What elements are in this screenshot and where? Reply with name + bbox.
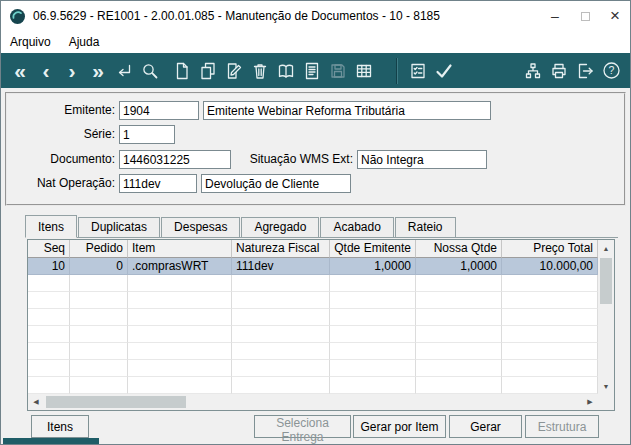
confirm-icon <box>434 61 454 81</box>
previous-record-icon: ‹ <box>43 59 50 83</box>
tab-despesas[interactable]: Despesas <box>161 217 240 237</box>
save-icon <box>329 62 347 80</box>
print-button[interactable] <box>546 58 572 84</box>
next-record-icon: › <box>69 59 76 83</box>
table-row-empty <box>28 292 598 309</box>
copy-button[interactable] <box>195 58 221 84</box>
cell-pedido: 0 <box>70 258 128 275</box>
last-record-button[interactable]: » <box>85 58 111 84</box>
previous-record-button[interactable]: ‹ <box>33 58 59 84</box>
tab-rateio[interactable]: Rateio <box>395 217 456 237</box>
tab-agregado[interactable]: Agregado <box>241 217 319 237</box>
nat-operacao-desc-input[interactable] <box>201 174 351 193</box>
minimize-button[interactable]: – <box>540 1 570 31</box>
edit-document-button[interactable] <box>221 58 247 84</box>
menu-bar: Arquivo Ajuda <box>1 31 630 53</box>
scroll-up-button[interactable]: ▲ <box>598 240 614 256</box>
situacao-wms-label: Situação WMS Ext: <box>247 152 353 166</box>
column-header-pedido[interactable]: Pedido <box>70 240 128 258</box>
serie-label: Série: <box>11 127 115 141</box>
items-grid-table: Seq Pedido Item Natureza Fiscal Qtde Emi… <box>28 240 598 394</box>
exit-icon <box>576 62 594 80</box>
search-icon <box>141 62 159 80</box>
estrutura-button[interactable]: Estrutura <box>525 415 599 438</box>
emitente-name-input[interactable] <box>203 101 491 120</box>
first-record-button[interactable]: « <box>7 58 33 84</box>
help-icon: ? <box>602 61 621 80</box>
browse-book-icon <box>277 62 295 80</box>
column-header-natureza-fiscal[interactable]: Natureza Fiscal <box>232 240 330 258</box>
column-header-qtde-emitente[interactable]: Qtde Emitente <box>330 240 416 258</box>
documento-input[interactable] <box>119 150 231 169</box>
go-to-icon <box>115 62 133 80</box>
delete-icon <box>251 62 269 80</box>
table-row-empty <box>28 275 598 292</box>
bottom-left-strip <box>3 438 99 445</box>
menu-arquivo[interactable]: Arquivo <box>1 31 60 53</box>
gerar-por-item-button[interactable]: Gerar por Item <box>353 415 446 438</box>
table-view-icon <box>355 62 373 80</box>
situacao-wms-input[interactable] <box>357 150 487 169</box>
last-record-icon: » <box>92 59 104 83</box>
new-document-button[interactable] <box>169 58 195 84</box>
svg-text:?: ? <box>608 64 614 76</box>
report-icon <box>303 62 321 80</box>
scroll-right-button[interactable]: ▶ <box>582 394 598 410</box>
column-header-item[interactable]: Item <box>128 240 232 258</box>
menu-ajuda[interactable]: Ajuda <box>60 31 109 53</box>
column-header-preco-total[interactable]: Preço Total <box>502 240 598 258</box>
table-row-empty <box>28 377 598 394</box>
go-to-button[interactable] <box>111 58 137 84</box>
confirm-button[interactable] <box>431 58 457 84</box>
save-button[interactable] <box>325 58 351 84</box>
tab-duplicatas[interactable]: Duplicatas <box>78 217 160 237</box>
scroll-down-button[interactable]: ▼ <box>598 378 614 394</box>
serie-input[interactable] <box>119 125 175 144</box>
maximize-button[interactable] <box>570 1 600 31</box>
horizontal-scroll-thumb[interactable] <box>46 396 186 408</box>
close-button[interactable]: × <box>600 1 630 31</box>
structure-button[interactable] <box>520 58 546 84</box>
emitente-code-input[interactable] <box>119 101 199 120</box>
nat-operacao-label: Nat Operação: <box>11 176 115 190</box>
scroll-left-button[interactable]: ◀ <box>28 394 44 410</box>
delete-button[interactable] <box>247 58 273 84</box>
cell-item: .comprasWRT <box>128 258 232 275</box>
cell-seq: 10 <box>28 258 70 275</box>
seleciona-entrega-button[interactable]: Seleciona Entrega <box>254 415 351 438</box>
next-record-button[interactable]: › <box>59 58 85 84</box>
table-row-empty <box>28 309 598 326</box>
vertical-scroll-thumb[interactable] <box>600 258 612 304</box>
column-header-seq[interactable]: Seq <box>28 240 70 258</box>
new-document-icon <box>173 62 191 80</box>
gerar-button[interactable]: Gerar <box>449 415 522 438</box>
vertical-scrollbar[interactable]: ▲ ▼ <box>598 240 614 394</box>
report-button[interactable] <box>299 58 325 84</box>
tab-itens[interactable]: Itens <box>25 215 77 238</box>
checklist-button[interactable] <box>405 58 431 84</box>
window-title: 06.9.5629 - RE1001 - 2.00.01.085 - Manut… <box>33 9 440 23</box>
nat-operacao-code-input[interactable] <box>119 174 197 193</box>
tab-acabado[interactable]: Acabado <box>320 217 393 237</box>
document-form-panel: Emitente: Série: Documento: Situação WMS… <box>5 92 626 206</box>
edit-document-icon <box>225 62 243 80</box>
search-button[interactable] <box>137 58 163 84</box>
column-header-nossa-qtde[interactable]: Nossa Qtde <box>416 240 502 258</box>
checklist-icon <box>409 62 427 80</box>
toolbar: « ‹ › » <box>1 53 630 88</box>
browse-book-button[interactable] <box>273 58 299 84</box>
cell-preco-total: 10.000,00 <box>502 258 598 275</box>
horizontal-scrollbar[interactable]: ◀ ▶ <box>28 394 598 410</box>
help-button[interactable]: ? <box>598 58 624 84</box>
app-icon <box>9 8 26 25</box>
first-record-icon: « <box>14 59 26 83</box>
exit-button[interactable] <box>572 58 598 84</box>
table-row-empty <box>28 326 598 343</box>
maximize-icon <box>581 12 590 21</box>
app-window: 06.9.5629 - RE1001 - 2.00.01.085 - Manut… <box>0 0 631 445</box>
items-grid: Seq Pedido Item Natureza Fiscal Qtde Emi… <box>27 239 615 411</box>
table-row-selected[interactable]: 10 0 .comprasWRT 111dev 1,0000 1,0000 10… <box>28 258 598 275</box>
window-controls: – × <box>540 1 630 31</box>
itens-button[interactable]: Itens <box>31 415 89 438</box>
table-view-button[interactable] <box>351 58 377 84</box>
